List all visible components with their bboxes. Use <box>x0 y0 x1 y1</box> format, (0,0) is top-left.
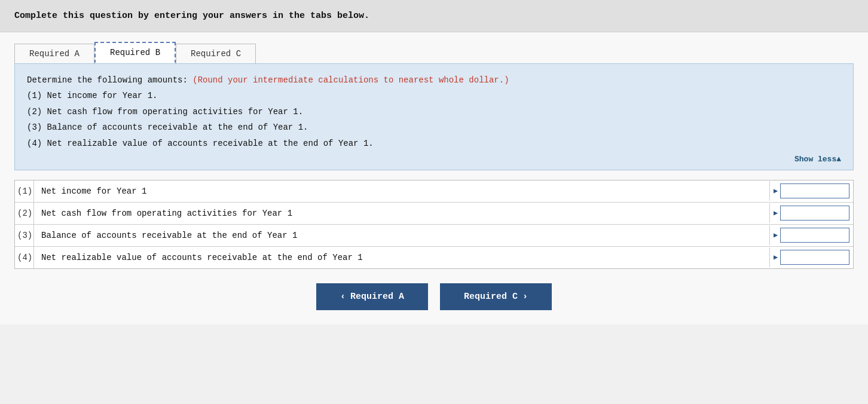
prev-arrow-icon: ‹ <box>340 292 346 302</box>
row-number-3: (3) <box>15 225 34 246</box>
table-row: (2) Net cash flow from operating activit… <box>15 203 853 225</box>
row-input-container-4: ▶ <box>769 247 853 267</box>
show-less-button[interactable]: Show less▲ <box>27 155 841 164</box>
tab-required-b[interactable]: Required B <box>94 42 176 63</box>
row-input-2[interactable] <box>780 206 849 221</box>
tab-required-a[interactable]: Required A <box>14 44 94 63</box>
table-row: (4) Net realizable value of accounts rec… <box>15 247 853 268</box>
info-item-1: (1) Net income for Year 1. <box>27 89 841 102</box>
row-input-1[interactable] <box>780 183 849 198</box>
row-input-container-2: ▶ <box>769 203 853 223</box>
row-input-container-1: ▶ <box>769 181 853 201</box>
tab-required-c[interactable]: Required C <box>176 44 256 63</box>
row-number-2: (2) <box>15 203 34 224</box>
arrow-icon-3: ▶ <box>774 231 778 240</box>
info-box: Determine the following amounts: (Round … <box>14 63 854 170</box>
row-input-container-3: ▶ <box>769 225 853 245</box>
next-button-label: Required C <box>464 292 518 302</box>
info-item-2: (2) Net cash flow from operating activit… <box>27 105 841 118</box>
row-label-3: Balance of accounts receivable at the en… <box>34 225 769 246</box>
prev-button[interactable]: ‹ Required A <box>316 283 428 310</box>
table-row: (3) Balance of accounts receivable at th… <box>15 225 853 247</box>
instruction-bar: Complete this question by entering your … <box>0 0 868 32</box>
info-main-text: Determine the following amounts: (Round … <box>27 74 841 87</box>
tabs-container: Required A Required B Required C <box>14 42 854 63</box>
row-label-4: Net realizable value of accounts receiva… <box>34 247 769 268</box>
nav-buttons: ‹ Required A Required C › <box>14 283 854 310</box>
row-number-1: (1) <box>15 180 34 202</box>
arrow-icon-4: ▶ <box>774 253 778 262</box>
row-input-3[interactable] <box>780 228 849 243</box>
row-label-2: Net cash flow from operating activities … <box>34 203 769 224</box>
row-number-4: (4) <box>15 247 34 268</box>
table-row: (1) Net income for Year 1 ▶ <box>15 180 853 203</box>
info-item-3: (3) Balance of accounts receivable at th… <box>27 121 841 134</box>
next-button[interactable]: Required C › <box>440 283 552 310</box>
row-label-1: Net income for Year 1 <box>34 180 769 202</box>
info-highlight: (Round your intermediate calculations to… <box>192 75 509 85</box>
arrow-icon-2: ▶ <box>774 209 778 218</box>
instruction-text: Complete this question by entering your … <box>14 11 369 21</box>
main-content: Required A Required B Required C Determi… <box>0 32 868 325</box>
row-input-4[interactable] <box>780 250 849 265</box>
prev-button-label: Required A <box>350 292 404 302</box>
arrow-icon-1: ▶ <box>774 186 778 195</box>
answers-table: (1) Net income for Year 1 ▶ (2) Net cash… <box>14 180 854 269</box>
next-arrow-icon: › <box>522 292 528 302</box>
info-item-4: (4) Net realizable value of accounts rec… <box>27 137 841 150</box>
page-wrapper: Complete this question by entering your … <box>0 0 868 404</box>
